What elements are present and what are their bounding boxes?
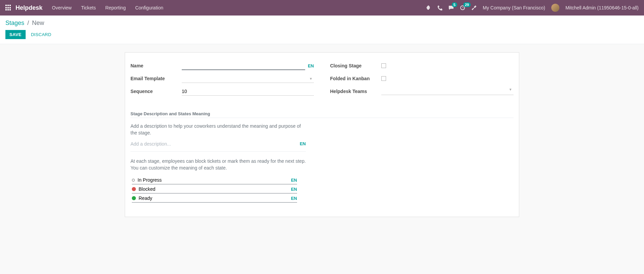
section-title: Stage Description and States Meaning: [130, 111, 514, 116]
label-name: Name: [130, 63, 182, 68]
phone-icon[interactable]: [437, 5, 442, 10]
section-divider: [130, 118, 514, 118]
messages-badge: 5: [452, 2, 457, 7]
state-dot-grey-icon: [132, 179, 135, 182]
form-sheet: Name EN Email Template ▼ Sequence: [125, 52, 519, 217]
control-panel: Stages / New SAVE DISCARD: [0, 16, 644, 44]
company-switcher[interactable]: My Company (San Francisco): [483, 5, 545, 10]
avatar[interactable]: [551, 4, 559, 12]
state-row-done: EN: [132, 194, 297, 203]
form-right-column: Closing Stage Folded in Kanban Helpdesk …: [330, 61, 514, 99]
bug-icon[interactable]: [426, 5, 431, 10]
form-left-column: Name EN Email Template ▼ Sequence: [130, 61, 314, 99]
label-email-template: Email Template: [130, 76, 182, 81]
save-button[interactable]: SAVE: [5, 30, 26, 39]
email-template-field[interactable]: [182, 74, 314, 83]
name-lang-button[interactable]: EN: [308, 63, 314, 68]
state-blocked-field[interactable]: [139, 186, 288, 192]
breadcrumb: Stages / New: [5, 20, 639, 27]
state-dot-green-icon: [132, 196, 136, 200]
breadcrumb-current: New: [32, 20, 44, 26]
activities-button[interactable]: 29: [460, 5, 465, 10]
sequence-field[interactable]: [182, 87, 314, 96]
breadcrumb-root[interactable]: Stages: [5, 20, 24, 26]
nav-configuration[interactable]: Configuration: [135, 5, 163, 10]
discard-button[interactable]: DISCARD: [27, 30, 56, 39]
nav-tickets[interactable]: Tickets: [81, 5, 96, 10]
label-closing-stage: Closing Stage: [330, 63, 381, 68]
state-dot-red-icon: [132, 187, 136, 191]
label-sequence: Sequence: [130, 89, 182, 94]
description-help: Add a description to help your coworkers…: [130, 123, 306, 136]
chevron-down-icon: ▼: [509, 88, 512, 91]
description-lang-button[interactable]: EN: [300, 141, 306, 146]
form-container: Name EN Email Template ▼ Sequence: [0, 44, 644, 225]
state-row-blocked: EN: [132, 185, 297, 193]
state-done-field[interactable]: [139, 195, 288, 201]
apps-icon[interactable]: [5, 5, 11, 11]
state-done-lang-button[interactable]: EN: [291, 196, 297, 201]
label-teams: Helpdesk Teams: [330, 89, 381, 94]
state-blocked-lang-button[interactable]: EN: [291, 187, 297, 192]
state-normal-lang-button[interactable]: EN: [291, 178, 297, 183]
name-field[interactable]: [182, 61, 305, 70]
states-help: At each stage, employees can block ticke…: [130, 158, 306, 172]
breadcrumb-sep: /: [27, 20, 29, 26]
description-field[interactable]: [130, 141, 297, 147]
nav-overview[interactable]: Overview: [52, 5, 71, 10]
state-row-normal: EN: [132, 176, 297, 184]
nav-reporting[interactable]: Reporting: [105, 5, 126, 10]
app-brand[interactable]: Helpdesk: [16, 4, 42, 11]
user-menu[interactable]: Mitchell Admin (11950646-15-0-all): [565, 5, 639, 10]
closing-stage-checkbox[interactable]: [381, 63, 386, 68]
nav-menu: Overview Tickets Reporting Configuration: [52, 5, 163, 10]
label-folded: Folded in Kanban: [330, 76, 381, 81]
main-navbar: Helpdesk Overview Tickets Reporting Conf…: [0, 0, 644, 16]
messages-button[interactable]: 5: [448, 5, 454, 10]
helpdesk-teams-field[interactable]: ▼: [381, 88, 514, 95]
activities-badge: 29: [463, 2, 471, 7]
folded-checkbox[interactable]: [381, 76, 386, 81]
tools-icon[interactable]: [471, 5, 477, 10]
state-normal-field[interactable]: [138, 177, 288, 183]
